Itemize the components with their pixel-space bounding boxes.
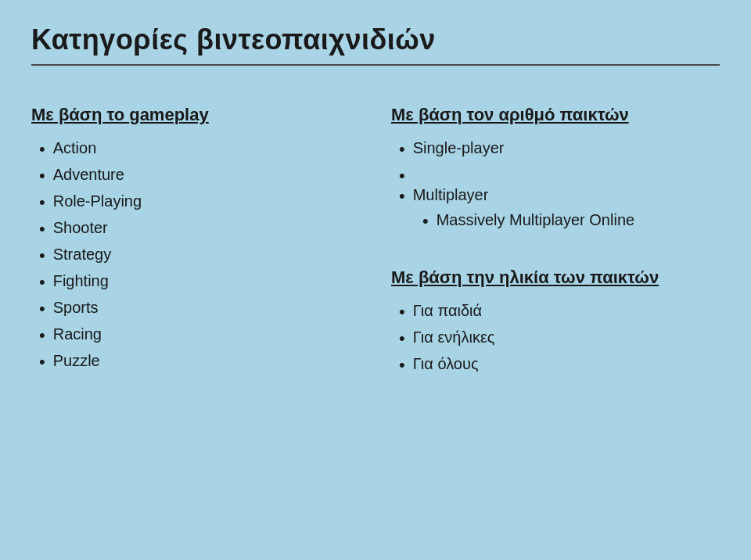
content-area: Με βάση το gameplay Action Adventure Rol… (31, 97, 720, 407)
gameplay-section: Με βάση το gameplay Action Adventure Rol… (31, 105, 360, 372)
list-item: Shooter (39, 219, 360, 239)
list-item: Massively Multiplayer Online (422, 211, 634, 232)
list-item: Sports (39, 299, 360, 319)
list-item: Action (39, 139, 360, 160)
list-item: Single-player (399, 139, 720, 160)
list-item-multiplayer: Multiplayer Massively Multiplayer Online (399, 166, 720, 236)
page: Κατηγορίες βιντεοπαιχνιδιών Με βάση το g… (0, 0, 751, 560)
list-item: Για όλους (399, 355, 720, 375)
right-column: Με βάση τον αριθμό παικτών Single-player… (391, 105, 720, 407)
age-section: Με βάση την ηλικία των παικτών Για παιδι… (391, 267, 720, 375)
left-column: Με βάση το gameplay Action Adventure Rol… (31, 105, 360, 407)
list-item: Fighting (39, 272, 360, 293)
list-item: Για παιδιά (399, 302, 720, 322)
players-section-title: Με βάση τον αριθμό παικτών (391, 105, 720, 125)
age-list: Για παιδιά Για ενήλικες Για όλους (391, 302, 720, 375)
title-section: Κατηγορίες βιντεοπαιχνιδιών (31, 23, 720, 66)
list-item: Puzzle (39, 352, 360, 372)
age-section-title: Με βάση την ηλικία των παικτών (391, 267, 720, 288)
list-item: Adventure (39, 166, 360, 186)
list-item: Role-Playing (39, 192, 360, 213)
multiplayer-content: Multiplayer (399, 186, 488, 206)
list-item: Strategy (39, 246, 360, 266)
list-item: Racing (39, 325, 360, 346)
multiplayer-sub-list: Massively Multiplayer Online (399, 211, 634, 236)
main-title: Κατηγορίες βιντεοπαιχνιδιών (31, 23, 720, 56)
players-section: Με βάση τον αριθμό παικτών Single-player… (391, 105, 720, 236)
players-list: Single-player Multiplayer Massively Mult… (391, 139, 720, 236)
list-item: Για ενήλικες (399, 328, 720, 349)
gameplay-list: Action Adventure Role-Playing Shooter St… (31, 139, 360, 372)
gameplay-section-title: Με βάση το gameplay (31, 105, 360, 125)
